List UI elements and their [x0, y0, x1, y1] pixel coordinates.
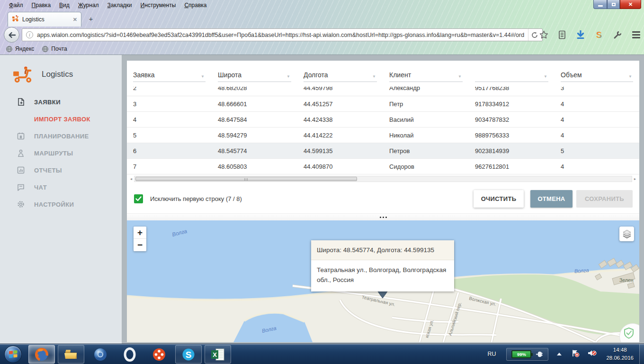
reading-list-icon[interactable] [557, 30, 567, 40]
menu-item[interactable]: Инструменты [136, 1, 180, 9]
column-dropdown-icon[interactable]: ▼ [458, 74, 463, 79]
table-row[interactable]: 448.64758444.424338Василий90347878324 [127, 112, 639, 127]
navigation-toolbar: i apps.wialon.com/logistics/?sid=01469eb… [0, 27, 644, 43]
taskbar-clock[interactable]: 14:48 28.06.2016 [606, 346, 634, 362]
action-center-flag-icon[interactable] [571, 349, 580, 359]
sidebar-item-routes[interactable]: МАРШРУТЫ [0, 147, 122, 159]
column-dropdown-icon[interactable]: ▼ [286, 74, 291, 79]
menu-item[interactable]: Вид [55, 1, 74, 9]
bookmark-yandex[interactable]: Яндекс [4, 45, 38, 54]
film-reel-icon [152, 347, 167, 362]
menu-item[interactable]: Справка [180, 1, 211, 9]
app-logo-row: Logistics [12, 65, 73, 83]
globe-icon [42, 46, 49, 53]
column-header[interactable]: Широта▼ [212, 71, 297, 87]
window-minimize-button[interactable] [593, 0, 607, 9]
window-restore-button[interactable] [607, 0, 620, 9]
downloads-icon[interactable] [575, 30, 586, 40]
back-button[interactable] [4, 27, 19, 43]
new-tab-button[interactable]: + [85, 14, 97, 24]
table-row[interactable]: 748.60580344.409870Сидоров96276128014 [127, 159, 639, 174]
start-button[interactable] [4, 346, 22, 363]
tab-logistics[interactable]: Logistics ✕ [8, 12, 81, 27]
bookmarks-bar: Яндекс Почта [0, 43, 644, 55]
clear-button[interactable]: ОЧИСТИТЬ [474, 190, 524, 208]
panel-splitter-handle[interactable] [127, 213, 639, 220]
volume-muted-icon[interactable] [587, 349, 597, 359]
table-row-clipped[interactable]: 248.68202844.459798Александр95177682383 [127, 87, 639, 96]
cell-lon: 44.459798 [297, 87, 383, 91]
column-header[interactable]: Объем▼ [555, 71, 639, 87]
window-close-button[interactable]: ✕ [620, 0, 641, 9]
menu-hamburger-icon[interactable] [631, 30, 641, 40]
cell-id: 6 [127, 147, 212, 155]
column-dropdown-icon[interactable]: ▼ [628, 74, 633, 79]
taskbar-media-app-button[interactable] [146, 345, 172, 364]
taskbar-firefox-button[interactable] [28, 345, 55, 364]
column-dropdown-icon[interactable]: ▼ [372, 74, 377, 79]
cancel-button[interactable]: ОТМЕНА [530, 190, 572, 208]
language-indicator[interactable]: RU [487, 351, 496, 357]
save-button[interactable]: СОХРАНИТЬ [576, 190, 633, 208]
column-header[interactable]: ▼ [469, 74, 555, 87]
cell-lat: 48.647584 [212, 116, 297, 123]
layers-icon [622, 229, 632, 239]
zoom-in-button[interactable]: + [134, 227, 146, 239]
sidebar-item-orders[interactable]: ЗАЯВКИ [0, 96, 122, 108]
map-label-volga-right: Волга [574, 267, 589, 274]
panel-footer: Исключить первую строку (7 / 8) ОЧИСТИТЬ… [127, 184, 639, 213]
map[interactable]: Волга Волга Волга Театральная ул. Волжск… [127, 220, 639, 342]
cell-phone: 9627612801 [469, 163, 555, 170]
bookmark-star-icon[interactable] [538, 30, 549, 40]
column-header[interactable]: Клиент▼ [383, 71, 469, 87]
excel-icon: X [210, 347, 225, 362]
sidebar-item-chat[interactable]: ЧАТ [0, 181, 122, 193]
table-row[interactable]: 248.68202844.459798Александр95177682383 [127, 87, 639, 96]
table-row[interactable]: 548.59427944.414222Николай98897563334 [127, 127, 639, 143]
sidebar-item-reports[interactable]: ОТЧЕТЫ [0, 164, 122, 176]
taskbar-skype-button[interactable]: S [175, 345, 202, 364]
sidebar-item-import-orders[interactable]: ИМПОРТ ЗАЯВОК [0, 113, 122, 125]
wrench-icon[interactable] [612, 30, 623, 40]
tab-close-icon[interactable]: ✕ [73, 17, 77, 23]
check-icon [135, 196, 142, 201]
url-bar[interactable]: i apps.wialon.com/logistics/?sid=01469eb… [22, 28, 543, 41]
addon-s-icon[interactable]: S [594, 30, 604, 40]
taskbar-opera-button[interactable] [116, 345, 143, 364]
bookmark-pochta[interactable]: Почта [40, 45, 71, 54]
zoom-out-button[interactable]: − [134, 239, 146, 251]
menu-item[interactable]: Правка [27, 1, 55, 9]
horizontal-scrollbar[interactable]: ◄ ► [128, 176, 638, 182]
url-text[interactable]: apps.wialon.com/logistics/?sid=01469ebea… [37, 32, 528, 38]
tab-bar: Logistics ✕ + [0, 10, 644, 27]
column-header[interactable]: Заявка▼ [127, 71, 212, 87]
hidden-icons-arrow[interactable] [557, 353, 562, 355]
menu-item[interactable]: Закладки [103, 1, 136, 9]
column-dropdown-icon[interactable]: ▼ [544, 74, 548, 79]
scroll-right-icon[interactable]: ► [632, 176, 638, 182]
column-dropdown-icon[interactable]: ▼ [201, 74, 206, 79]
table-row[interactable]: 348.66660144.451257Петр91783349124 [127, 96, 639, 112]
menu-item[interactable]: Журнал [74, 1, 103, 9]
scrollbar-track[interactable] [134, 176, 632, 182]
column-header[interactable]: Долгота▼ [297, 71, 383, 87]
sidebar-item-planning[interactable]: ПЛАНИРОВАНИЕ [0, 130, 122, 142]
chromium-icon [93, 347, 108, 362]
bookmark-label: Почта [51, 46, 67, 52]
taskbar-excel-button[interactable]: X [205, 345, 231, 364]
map-layers-button[interactable] [619, 227, 634, 241]
taskbar-chromium-button[interactable] [87, 345, 114, 364]
taskbar-explorer-button[interactable] [58, 345, 84, 364]
cell-lon: 44.424338 [297, 116, 383, 123]
site-info-icon[interactable]: i [26, 31, 33, 38]
table-row[interactable]: 648.54577444.599135Петров90238149395 [127, 143, 639, 159]
exclude-first-row-label[interactable]: Исключить первую строку (7 / 8) [150, 195, 474, 202]
scrollbar-thumb[interactable] [135, 177, 357, 181]
sidebar-item-settings[interactable]: НАСТРОЙКИ [0, 198, 122, 210]
exclude-first-row-checkbox[interactable] [134, 194, 143, 203]
menu-item[interactable]: Файл [5, 1, 27, 9]
scroll-left-icon[interactable]: ◄ [128, 176, 134, 182]
app-title: Logistics [42, 70, 73, 79]
battery-group[interactable]: 99% [506, 348, 548, 361]
show-desktop-button[interactable] [639, 344, 644, 364]
